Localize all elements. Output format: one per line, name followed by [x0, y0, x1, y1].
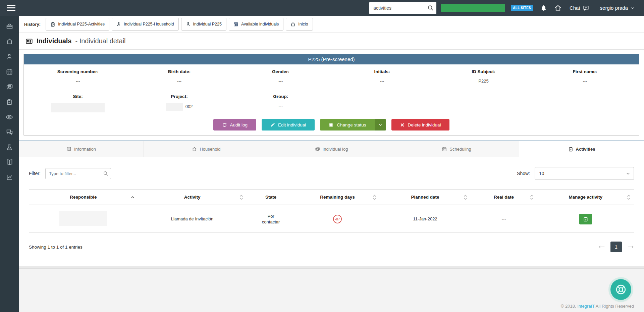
- individual-detail-card: P225 (Pre-screened) Screening number:---…: [23, 54, 639, 136]
- global-search: [369, 2, 436, 14]
- col-activity[interactable]: Activity: [138, 190, 247, 205]
- chat-bubble-icon: [583, 5, 589, 11]
- filter-input[interactable]: [45, 168, 111, 179]
- change-status-dropdown-toggle[interactable]: [375, 119, 386, 131]
- col-state[interactable]: State: [247, 190, 295, 205]
- field-label: Site:: [27, 94, 128, 99]
- home-icon[interactable]: [554, 4, 561, 11]
- search-icon[interactable]: [427, 5, 434, 11]
- entries-summary: Showing 1 to 1 of 1 entries: [29, 245, 83, 250]
- col-manage-activity[interactable]: Manage activity: [537, 190, 634, 205]
- field-label: Group:: [230, 94, 331, 99]
- clipboard-check-icon: [568, 147, 573, 152]
- home-icon: [192, 147, 197, 152]
- field-label: Initials:: [331, 69, 433, 74]
- detail-card-section: P225 (Pre-screened) Screening number:---…: [19, 50, 644, 141]
- refresh-icon: [222, 122, 227, 127]
- next-page-arrow-icon[interactable]: [627, 245, 634, 249]
- sidebar-item-calendar[interactable]: [0, 64, 19, 79]
- hamburger-menu-icon[interactable]: [7, 5, 15, 11]
- user-menu[interactable]: sergio prada: [600, 5, 635, 11]
- sidebar-item-activities[interactable]: [0, 94, 19, 109]
- tab-activities[interactable]: Activities: [519, 141, 644, 157]
- person-icon: [6, 53, 13, 60]
- tab-scheduling[interactable]: Scheduling: [394, 141, 519, 157]
- audit-log-button[interactable]: Audit log: [213, 119, 257, 131]
- sort-both-icon[interactable]: [627, 195, 631, 200]
- col-planned-date[interactable]: Planned date: [380, 190, 471, 205]
- fields-row-2: Site: Project:-002 Group:---: [24, 89, 639, 118]
- table-list-icon: [233, 22, 238, 27]
- clipboard-check-icon: [50, 22, 55, 27]
- responsible-redacted: [59, 211, 107, 226]
- chat-menu-item[interactable]: Chat: [570, 5, 589, 11]
- history-item-available-individuals[interactable]: Available individuals: [229, 18, 283, 31]
- sort-both-icon[interactable]: [373, 195, 376, 200]
- field-value: ---: [331, 79, 433, 84]
- prev-page-arrow-icon[interactable]: [598, 245, 605, 249]
- sidebar-item-home[interactable]: [0, 34, 19, 49]
- top-navbar: ALL SITES Chat sergio prada: [0, 0, 644, 16]
- page-subtitle: - Individual detail: [75, 37, 125, 45]
- sort-both-icon[interactable]: [239, 195, 243, 200]
- cards-check-icon: [315, 147, 320, 152]
- col-real-date[interactable]: Real date: [471, 190, 537, 205]
- notifications-bell-icon[interactable]: [540, 5, 547, 11]
- briefcase-icon: [6, 23, 13, 30]
- home-outline-icon: [290, 22, 296, 27]
- field-label: Project:: [128, 94, 230, 99]
- real-date-cell: ---: [471, 205, 537, 233]
- tab-individual-log[interactable]: Individual log: [269, 141, 394, 157]
- tab-information[interactable]: Information: [19, 141, 144, 157]
- field-value: ---: [128, 79, 230, 84]
- field-label: Birth date:: [128, 69, 230, 74]
- history-item-individual[interactable]: Individual P225: [181, 18, 226, 31]
- edit-individual-button[interactable]: Edit individual: [262, 119, 315, 131]
- all-sites-badge[interactable]: ALL SITES: [511, 5, 533, 11]
- sidebar-item-chat[interactable]: [0, 124, 19, 140]
- sort-both-icon[interactable]: [530, 195, 534, 200]
- chevron-down-icon: [631, 6, 635, 10]
- activities-table: Responsible Activity State Remaining day…: [29, 189, 634, 233]
- brand-link[interactable]: IntegraIT: [577, 304, 595, 309]
- page-size-select[interactable]: 10: [535, 167, 634, 180]
- field-value: ---: [27, 79, 128, 84]
- sort-asc-icon[interactable]: [131, 196, 135, 199]
- global-search-input[interactable]: [369, 2, 436, 14]
- sidebar-item-individuals[interactable]: [0, 49, 19, 64]
- life-buoy-icon: [615, 284, 627, 295]
- page-title: Individuals: [37, 37, 71, 45]
- change-status-button[interactable]: Change status: [320, 119, 375, 131]
- individual-status-header: P225 (Pre-screened): [24, 54, 639, 64]
- manage-activity-button[interactable]: [579, 214, 592, 224]
- page-title-bar: Individuals - Individual detail: [19, 33, 644, 50]
- main-content: History: Individual P225-Activities Indi…: [19, 16, 644, 312]
- left-sidebar: [0, 16, 19, 312]
- page-number-button[interactable]: 1: [610, 242, 622, 252]
- sidebar-item-lab[interactable]: [0, 140, 19, 155]
- history-item-inicio[interactable]: Inicio: [286, 18, 313, 31]
- comments-icon: [6, 128, 13, 136]
- app-page: ALL SITES Chat sergio prada: [0, 0, 644, 312]
- delete-individual-button[interactable]: Delete individual: [391, 119, 449, 131]
- sidebar-item-monitoring[interactable]: [0, 109, 19, 124]
- book-open-icon: [6, 159, 13, 166]
- col-responsible[interactable]: Responsible: [29, 190, 138, 205]
- sidebar-item-individual-log[interactable]: [0, 79, 19, 94]
- field-value: ---: [230, 79, 331, 84]
- help-support-fab[interactable]: [610, 279, 631, 300]
- pagination: 1: [598, 242, 634, 252]
- tab-household[interactable]: Household: [144, 141, 269, 157]
- footer-strip: [19, 268, 644, 312]
- col-remaining-days[interactable]: Remaining days: [295, 190, 380, 205]
- clipboard-check-icon: [6, 99, 13, 105]
- calendar-icon: [442, 147, 447, 152]
- sort-both-icon[interactable]: [464, 195, 467, 200]
- history-item-household[interactable]: Individual P225-Household: [112, 18, 178, 31]
- history-item-activities[interactable]: Individual P225-Activities: [46, 18, 109, 31]
- sidebar-item-reports[interactable]: [0, 170, 19, 185]
- sidebar-item-library[interactable]: [0, 155, 19, 170]
- gear-icon: [329, 122, 334, 127]
- footer-copyright: © 2018. IntegraIT All Rights Reserved: [561, 304, 634, 309]
- sidebar-item-briefcase[interactable]: [0, 19, 19, 34]
